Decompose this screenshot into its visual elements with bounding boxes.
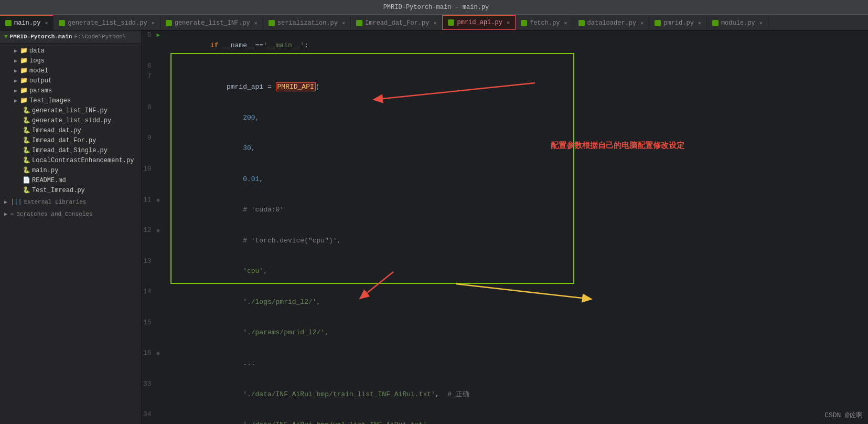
- line-number: 8: [142, 103, 156, 134]
- sidebar-item-imread-dat-single[interactable]: 🐍 Imread_dat_Single.py: [0, 145, 141, 155]
- tab-label: module.py: [721, 19, 755, 27]
- tab-close[interactable]: ✕: [640, 20, 644, 26]
- folder-label: output: [29, 77, 52, 84]
- tab-main-py[interactable]: main.py ✕: [0, 15, 53, 30]
- folder-icon: 📁: [20, 47, 28, 55]
- tab-close[interactable]: ✕: [254, 20, 258, 26]
- line-code: './params/pmrid_l2/',: [161, 318, 868, 349]
- code-line-8: 8 200,: [142, 103, 868, 134]
- line-number: 10: [142, 164, 156, 195]
- sidebar-item-output[interactable]: ▶ 📁 output: [0, 76, 141, 86]
- scratch-icon: ✏: [10, 210, 14, 218]
- line-gutter: [156, 379, 161, 410]
- sidebar-item-generate-list-inf[interactable]: 🐍 generate_list_INF.py: [0, 105, 141, 115]
- file-label: main.py: [32, 167, 58, 174]
- tab-module[interactable]: module.py ✕: [707, 15, 768, 30]
- py-file-icon: 🐍: [23, 146, 30, 154]
- file-label: Imread_dat_For.py: [32, 137, 96, 144]
- sidebar-item-imread-dat[interactable]: 🐍 Imread_dat.py: [0, 125, 141, 135]
- tab-label: pmrid.py: [663, 19, 694, 27]
- tab-label: main.py: [14, 19, 40, 27]
- code-line-34: 34 './data/INF_AiRui_bmp/val_list_INF_Ai…: [142, 410, 868, 424]
- tab-fetch[interactable]: fetch.py ✕: [516, 15, 573, 30]
- line-gutter: [156, 72, 161, 103]
- line-number: 7: [142, 72, 156, 103]
- tab-label: Imread_dat_For.py: [365, 19, 429, 27]
- line-code: 0.01,: [161, 164, 868, 195]
- md-file-icon: 📄: [23, 176, 30, 184]
- chevron-right-icon: ▶: [4, 199, 7, 205]
- sidebar-item-model[interactable]: ▶ 📁 model: [0, 66, 141, 76]
- tab-generate-list-sidd[interactable]: generate_list_sidd.py ✕: [53, 15, 160, 30]
- tab-pmrid[interactable]: pmrid.py ✕: [649, 15, 707, 30]
- tab-close[interactable]: ✕: [45, 20, 48, 26]
- line-number: 11: [142, 195, 156, 226]
- line-gutter: [156, 164, 161, 195]
- tab-label: fetch.py: [530, 19, 560, 27]
- line-gutter: [156, 103, 161, 134]
- sidebar-item-imread-dat-for[interactable]: 🐍 Imread_dat_For.py: [0, 135, 141, 145]
- tab-label: dataloader.py: [587, 19, 637, 27]
- py-icon: [356, 20, 362, 26]
- folder-icon: 📁: [20, 67, 28, 75]
- sidebar-item-main[interactable]: 🐍 main.py: [0, 165, 141, 175]
- tab-label: generate_list_INF.py: [175, 19, 250, 27]
- code-content: 5 ▶ if __name__=='__main__': 6 7: [142, 30, 868, 424]
- tab-dataloader[interactable]: dataloader.py ✕: [573, 15, 650, 30]
- line-code: # 'cuda:0': [161, 195, 868, 226]
- line-code: 30,: [161, 133, 868, 164]
- py-file-icon: 🐍: [23, 186, 30, 194]
- sidebar-item-test-imread[interactable]: 🐍 Test_Imread.py: [0, 185, 141, 195]
- line-gutter: ◉: [156, 348, 161, 379]
- line-code: 'cpu',: [161, 257, 868, 288]
- code-line-7: 7 pmrid_api = PMRID_API(: [142, 72, 868, 103]
- sidebar-header: ▼ PMRID-Pytorch-main F:\Code\Python\: [0, 30, 141, 44]
- sidebar-item-data[interactable]: ▶ 📁 data: [0, 46, 141, 56]
- breakpoint-icon: ◉: [156, 228, 159, 234]
- sidebar-item-logs[interactable]: ▶ 📁 logs: [0, 56, 141, 66]
- folder-label: params: [29, 87, 52, 94]
- external-libraries-section[interactable]: ▶ ||| External Libraries: [0, 195, 141, 207]
- line-code: './data/INF_AiRui_bmp/train_list_INF_AiR…: [161, 379, 868, 410]
- watermark: CSDN @佐啊: [824, 410, 863, 420]
- sidebar-item-local-contrast[interactable]: 🐍 LocalContrastEnhancement.py: [0, 155, 141, 165]
- tab-close[interactable]: ✕: [152, 20, 155, 26]
- title-bar: PMRID-Pytorch-main – main.py: [0, 0, 868, 15]
- line-gutter: [156, 318, 161, 349]
- editor-area[interactable]: 配置参数根据自己的电脑配置修改设定: [142, 30, 868, 424]
- tab-serialization[interactable]: serialization.py ✕: [263, 15, 351, 30]
- sidebar-item-generate-list-sidd[interactable]: 🐍 generate_list_sidd.py: [0, 115, 141, 125]
- tab-imread-dat-for[interactable]: Imread_dat_For.py ✕: [351, 15, 442, 30]
- sidebar-item-readme[interactable]: 📄 README.md: [0, 175, 141, 185]
- folder-label: data: [29, 47, 45, 55]
- tab-pmrid-api[interactable]: pmrid_api.py ✕: [442, 15, 515, 30]
- code-line-12: 12 ◉ # 'torch.device("cpu")',: [142, 226, 868, 257]
- tab-close[interactable]: ✕: [342, 20, 345, 26]
- file-label: Test_Imread.py: [32, 187, 85, 194]
- line-gutter: [156, 61, 161, 72]
- file-label: Imread_dat_Single.py: [32, 147, 108, 154]
- run-icon[interactable]: ▶: [156, 32, 160, 38]
- py-file-icon: 🐍: [23, 116, 30, 124]
- file-label: Imread_dat.py: [32, 127, 81, 134]
- tab-close[interactable]: ✕: [507, 19, 510, 26]
- tab-close[interactable]: ✕: [433, 20, 436, 26]
- chevron-right-icon: ▶: [14, 78, 17, 84]
- py-icon: [655, 20, 661, 26]
- sidebar-item-params[interactable]: ▶ 📁 params: [0, 86, 141, 96]
- code-line-33: 33 './data/INF_AiRui_bmp/train_list_INF_…: [142, 379, 868, 410]
- line-number: 16: [142, 348, 156, 379]
- code-line-9: 9 30,: [142, 133, 868, 164]
- line-gutter: [156, 133, 161, 164]
- py-icon: [578, 20, 585, 26]
- tab-generate-list-inf[interactable]: generate_list_INF.py ✕: [160, 15, 263, 30]
- tab-close[interactable]: ✕: [564, 20, 567, 26]
- py-file-icon: 🐍: [23, 156, 30, 164]
- tab-close[interactable]: ✕: [759, 20, 763, 26]
- py-file-icon: 🐍: [23, 166, 30, 174]
- tab-close[interactable]: ✕: [698, 20, 701, 26]
- scratches-and-consoles-section[interactable]: ▶ ✏ Scratches and Consoles: [0, 207, 141, 219]
- line-code: pmrid_api = PMRID_API(: [161, 72, 868, 103]
- sidebar-item-test-images[interactable]: ▶ 📁 Test_Images: [0, 96, 141, 105]
- code-scroll[interactable]: 配置参数根据自己的电脑配置修改设定: [142, 30, 868, 424]
